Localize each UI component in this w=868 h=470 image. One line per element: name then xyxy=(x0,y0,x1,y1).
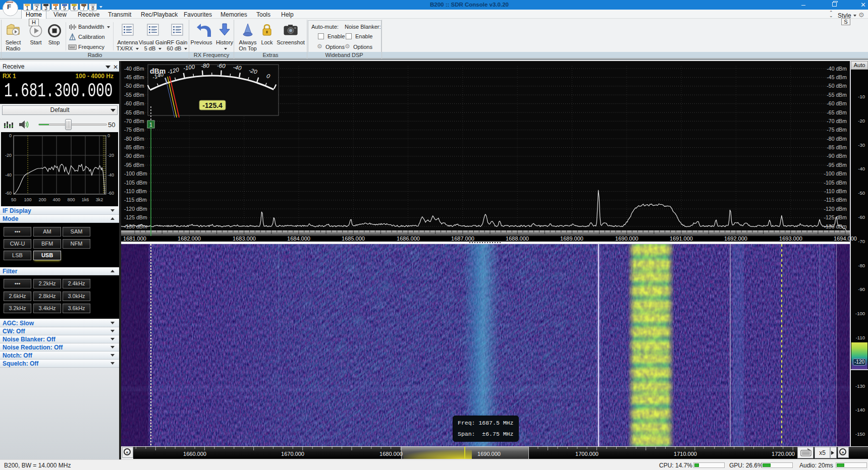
svg-text:-65 dBm: -65 dBm xyxy=(124,109,144,115)
svg-text:100: 100 xyxy=(24,197,31,202)
svg-text:1k6: 1k6 xyxy=(82,197,89,202)
svg-text:1: 1 xyxy=(149,122,152,128)
svg-text:-40 dBm: -40 dBm xyxy=(827,66,847,72)
svg-text:-110 dBm: -110 dBm xyxy=(824,188,847,194)
svg-text:-75 dBm: -75 dBm xyxy=(827,127,847,133)
svg-text:-125.4: -125.4 xyxy=(202,101,223,109)
svg-text:-100 dBm: -100 dBm xyxy=(824,170,847,177)
svg-text:-55 dBm: -55 dBm xyxy=(827,92,847,98)
svg-text:-75 dBm: -75 dBm xyxy=(124,127,144,133)
svg-text:-125 dBm: -125 dBm xyxy=(124,214,147,220)
svg-text:-40: -40 xyxy=(233,64,242,71)
svg-text:0: 0 xyxy=(9,133,12,138)
svg-text:-80 dBm: -80 dBm xyxy=(827,136,847,142)
svg-text:0: 0 xyxy=(107,133,110,138)
svg-text:-115 dBm: -115 dBm xyxy=(124,197,147,203)
svg-text:-70 dBm: -70 dBm xyxy=(827,118,847,124)
svg-text:-60: -60 xyxy=(217,63,226,69)
svg-text:-50 dBm: -50 dBm xyxy=(827,83,847,89)
svg-text:-40: -40 xyxy=(107,172,114,178)
svg-text:-100 dBm: -100 dBm xyxy=(124,170,147,177)
svg-text:-45 dBm: -45 dBm xyxy=(827,74,847,80)
svg-text:-55 dBm: -55 dBm xyxy=(124,92,144,98)
svg-text:50: 50 xyxy=(11,197,16,202)
svg-text:-105 dBm: -105 dBm xyxy=(824,180,847,186)
svg-text:-110 dBm: -110 dBm xyxy=(124,188,147,194)
svg-text:-20: -20 xyxy=(107,153,114,158)
svg-text:-60: -60 xyxy=(107,191,114,196)
svg-text:400: 400 xyxy=(52,197,60,202)
svg-text:-90 dBm: -90 dBm xyxy=(827,153,847,159)
svg-text:-115 dBm: -115 dBm xyxy=(824,197,847,203)
svg-text:-80 dBm: -80 dBm xyxy=(124,136,144,142)
svg-text:-60 dBm: -60 dBm xyxy=(124,100,144,106)
svg-text:800: 800 xyxy=(67,197,75,202)
svg-text:-105 dBm: -105 dBm xyxy=(124,180,147,186)
svg-text:-50 dBm: -50 dBm xyxy=(124,83,144,89)
svg-text:-40: -40 xyxy=(5,172,12,178)
svg-text:-95 dBm: -95 dBm xyxy=(827,162,847,168)
svg-text:-60 dBm: -60 dBm xyxy=(827,100,847,106)
svg-text:-85 dBm: -85 dBm xyxy=(124,144,144,150)
svg-text:-120 dBm: -120 dBm xyxy=(124,206,147,212)
svg-text:-65 dBm: -65 dBm xyxy=(827,109,847,115)
svg-text:-85 dBm: -85 dBm xyxy=(827,144,847,150)
svg-text:200: 200 xyxy=(38,197,46,202)
svg-text:-45 dBm: -45 dBm xyxy=(124,74,144,80)
svg-text:-70 dBm: -70 dBm xyxy=(124,118,144,124)
svg-text:-20: -20 xyxy=(5,153,12,158)
svg-text:-60: -60 xyxy=(5,191,12,196)
svg-text:-120 dBm: -120 dBm xyxy=(824,206,847,212)
svg-text:-90 dBm: -90 dBm xyxy=(124,153,144,159)
svg-text:-80: -80 xyxy=(201,63,210,69)
svg-text:3k2: 3k2 xyxy=(96,197,103,202)
svg-text:-95 dBm: -95 dBm xyxy=(124,162,144,168)
svg-text:-40 dBm: -40 dBm xyxy=(124,66,144,72)
